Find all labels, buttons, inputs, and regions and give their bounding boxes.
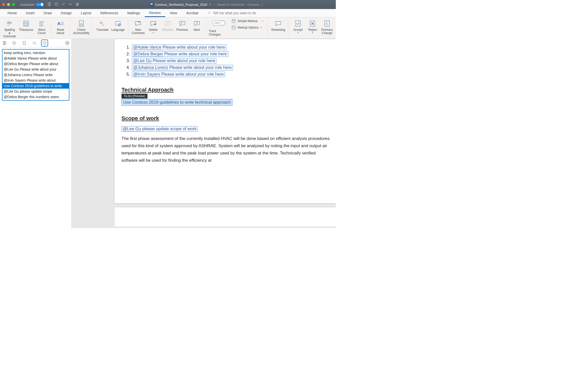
role-list-item: 5.@Irvin Sayers Please write about your … — [126, 72, 330, 77]
tell-me-search[interactable]: Tell me what you want to do — [207, 11, 256, 15]
mention[interactable]: @Debra Berger — [133, 52, 163, 57]
svg-text:abc: abc — [7, 21, 12, 24]
share-icon[interactable]: ⇪ — [209, 3, 211, 6]
todo-item[interactable]: @Johanna Lorenz Please write — [3, 72, 69, 78]
pane-tab-todo-icon[interactable] — [42, 40, 48, 46]
new-comment-button[interactable]: New Comment — [131, 18, 145, 36]
todo-item[interactable]: @Irvin Sayers Please write about — [3, 78, 69, 83]
tab-home[interactable]: Home — [3, 10, 21, 17]
todo-item[interactable]: @Lee Gu please update scope — [3, 89, 69, 94]
todo-list: Keep writing intro, mention@Adele Vance … — [2, 49, 69, 101]
tab-review[interactable]: Review — [145, 9, 165, 17]
language-button[interactable]: Language — [110, 18, 125, 33]
task-box[interactable]: @Adele Vance Please write about your rol… — [132, 45, 226, 50]
svg-rect-4 — [77, 3, 78, 4]
svg-rect-1 — [50, 3, 51, 6]
mention[interactable]: @Lee Gu — [133, 58, 152, 63]
tab-acrobat[interactable]: Acrobat — [182, 10, 203, 17]
tab-draw[interactable]: Draw — [39, 10, 56, 17]
svg-text:あ: あ — [100, 21, 102, 24]
task-box[interactable]: @Johanna Lorenz Please write about your … — [132, 65, 233, 70]
svg-point-41 — [33, 42, 36, 44]
word-doc-icon — [150, 3, 154, 7]
minimize-window-icon[interactable] — [7, 3, 10, 6]
ribbon-review: abcSpelling & Grammar Thesaurus 123Word … — [0, 17, 336, 39]
redo-icon[interactable] — [68, 2, 72, 7]
simple-markup-dropdown[interactable]: Simple Markup◇ — [231, 19, 264, 23]
tab-layout[interactable]: Layout — [76, 10, 96, 17]
svg-rect-33 — [5, 41, 6, 45]
save-status: — Saved to OneDrive - Contoso — [213, 3, 259, 7]
document-canvas[interactable]: 1.@Adele Vance Please write about your r… — [72, 39, 336, 228]
document-page: 1.@Adele Vance Please write about your r… — [114, 39, 336, 204]
check-accessibility-button[interactable]: Check Accessibility — [72, 18, 90, 36]
accept-change-button[interactable]: Accept▾ — [291, 18, 305, 35]
undo-icon[interactable] — [61, 2, 65, 7]
document-title: Contoso_Northwind_Proposal_2018 ⇪ — Save… — [79, 3, 334, 7]
task-pane: × Keep writing intro, mention@Adele Vanc… — [0, 39, 72, 228]
svg-rect-32 — [3, 41, 5, 45]
track-changes-toggle[interactable]: OFF Track Changes — [209, 18, 229, 36]
todo-item[interactable]: @Debra Berger Please write about — [3, 61, 69, 67]
resolve-comment-button: Resolve — [161, 18, 175, 33]
tab-design[interactable]: Design — [56, 10, 76, 17]
pane-tab-pages-icon[interactable] — [2, 40, 8, 46]
svg-rect-3 — [76, 4, 79, 5]
tab-view[interactable]: View — [165, 10, 182, 17]
close-window-icon[interactable] — [2, 3, 5, 6]
todo-item[interactable]: Keep writing intro, mention — [3, 50, 69, 56]
tab-mailings[interactable]: Mailings — [123, 10, 144, 17]
mention-lee-gu[interactable]: @Lee Gu — [123, 126, 141, 131]
tab-insert[interactable]: Insert — [21, 10, 39, 17]
svg-rect-31 — [325, 21, 330, 27]
chevron-down-icon[interactable]: ⌄ — [261, 3, 264, 7]
next-comment-button[interactable]: Next — [190, 18, 204, 33]
print-icon[interactable] — [75, 2, 79, 7]
pane-tab-search-icon[interactable] — [32, 40, 38, 46]
reject-change-button[interactable]: Reject▾ — [306, 18, 319, 35]
previous-comment-button[interactable]: Previous — [176, 18, 189, 33]
maximize-window-icon[interactable] — [12, 3, 15, 6]
close-pane-button[interactable]: × — [65, 41, 70, 46]
selected-todo-task[interactable]: Use Contoso 2018 guidelines to write tec… — [121, 99, 232, 106]
reviewing-pane-button[interactable]: Reviewing — [270, 18, 286, 33]
previous-change-button[interactable]: Previous Change — [320, 18, 334, 36]
mention[interactable]: @Adele Vance — [133, 45, 161, 50]
task-box[interactable]: @Lee Gu Please write about your role her… — [132, 58, 216, 64]
task-box[interactable]: @Debra Berger Please write about your ro… — [132, 51, 228, 57]
pages-icon[interactable] — [47, 2, 51, 7]
ribbon-tabs: Home Insert Draw Design Layout Reference… — [0, 9, 336, 17]
spelling-grammar-button[interactable]: abcSpelling & Grammar — [2, 18, 17, 39]
svg-text:A: A — [58, 21, 61, 26]
tab-references[interactable]: References — [96, 10, 123, 17]
todo-item[interactable]: @Lee Gu Please write about your — [3, 67, 69, 72]
todo-item[interactable]: Use Contoso 2018 guidelines to write — [3, 83, 69, 89]
heading-technical-approach: Technical Approach — [121, 87, 330, 93]
pane-tab-edit-icon[interactable] — [22, 40, 28, 46]
tell-me-label: Tell me what you want to do — [213, 11, 256, 15]
delete-comment-button[interactable]: Delete▾ — [146, 18, 160, 35]
title-bar: AutoSave ON Contoso_Northwind_Proposal_2… — [0, 0, 336, 9]
thesaurus-button[interactable]: Thesaurus — [18, 18, 34, 33]
task-box[interactable]: @Irvin Sayers Please write about your ro… — [132, 72, 225, 77]
mention[interactable]: @Johanna Lorenz — [133, 65, 168, 70]
save-icon[interactable] — [54, 2, 58, 7]
todo-preview-badge: To-Do (Preview) — [121, 94, 148, 99]
mention[interactable]: @Irvin Sayers — [133, 72, 160, 77]
toggle-knob-icon — [41, 3, 43, 6]
markup-options-dropdown[interactable]: Markup Options▾ — [231, 25, 264, 30]
scope-task-box[interactable]: @Lee Gu please update scope of work — [121, 126, 198, 132]
word-count-button[interactable]: 123Word Count — [35, 18, 48, 36]
todo-item[interactable]: @Adele Vance Please write about — [3, 56, 69, 61]
role-list-item: 3.@Lee Gu Please write about your role h… — [126, 58, 330, 64]
svg-line-42 — [35, 44, 36, 45]
todo-item[interactable]: @Debra Berger this numbers seem — [3, 94, 69, 100]
pane-tab-list-icon[interactable] — [12, 40, 18, 46]
doc-filename: Contoso_Northwind_Proposal_2018 — [155, 3, 207, 7]
autosave-toggle[interactable]: ON — [35, 3, 44, 7]
svg-text:A: A — [102, 24, 104, 26]
read-aloud-button[interactable]: ARead Aloud — [54, 18, 67, 36]
translate-button[interactable]: あATranslate — [95, 18, 110, 33]
window-controls — [2, 3, 15, 6]
svg-point-34 — [13, 42, 14, 42]
